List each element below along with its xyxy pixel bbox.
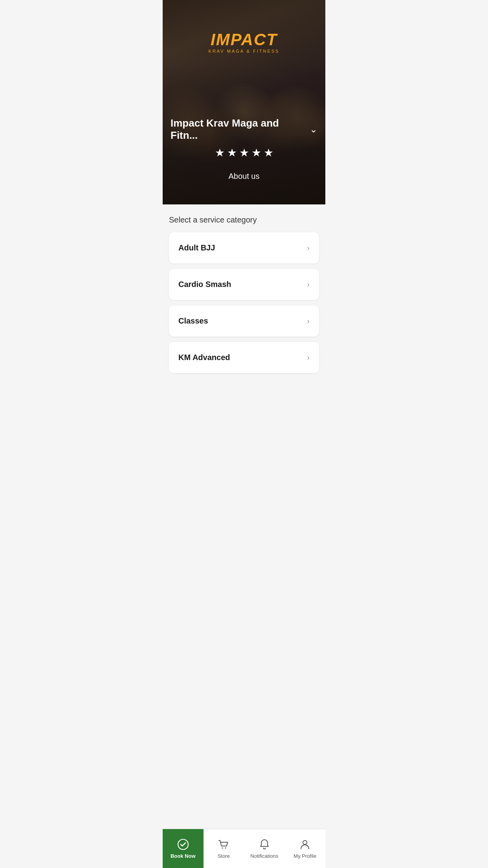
hero-about[interactable]: About us [163,172,325,181]
star-1: ★ [215,146,225,159]
hero-logo: IMPACT KRAV MAGA & FITNESS [209,31,280,53]
star-4: ★ [251,146,261,159]
logo-text: IMPACT [209,31,280,48]
service-name-adult-bjj: Adult BJJ [178,243,215,252]
main-content: Select a service category Adult BJJ › Ca… [163,204,325,420]
chevron-right-icon-2: › [307,280,310,289]
hero-rating: ★ ★ ★ ★ ★ [163,146,325,159]
service-name-cardio-smash: Cardio Smash [178,280,231,289]
service-card-classes[interactable]: Classes › [169,305,319,337]
service-name-classes: Classes [178,316,208,326]
chevron-right-icon-4: › [307,353,310,362]
service-name-km-advanced: KM Advanced [178,353,230,362]
chevron-down-icon[interactable]: ⌄ [310,124,317,135]
hero-title-row[interactable]: Impact Krav Maga and Fitn... ⌄ [163,117,325,142]
hero-gym-title: Impact Krav Maga and Fitn... [171,117,305,142]
star-5: ★ [264,146,273,159]
chevron-right-icon-3: › [307,316,310,326]
section-title: Select a service category [169,215,319,224]
service-card-adult-bjj[interactable]: Adult BJJ › [169,232,319,263]
chevron-right-icon-1: › [307,243,310,252]
logo-subtitle: KRAV MAGA & FITNESS [209,49,280,53]
star-3: ★ [239,146,249,159]
service-card-cardio-smash[interactable]: Cardio Smash › [169,269,319,300]
star-2: ★ [227,146,237,159]
about-us-label[interactable]: About us [229,172,260,180]
hero-section: IMPACT KRAV MAGA & FITNESS Impact Krav M… [163,0,325,204]
service-card-km-advanced[interactable]: KM Advanced › [169,342,319,373]
service-list: Adult BJJ › Cardio Smash › Classes › KM … [169,232,319,373]
